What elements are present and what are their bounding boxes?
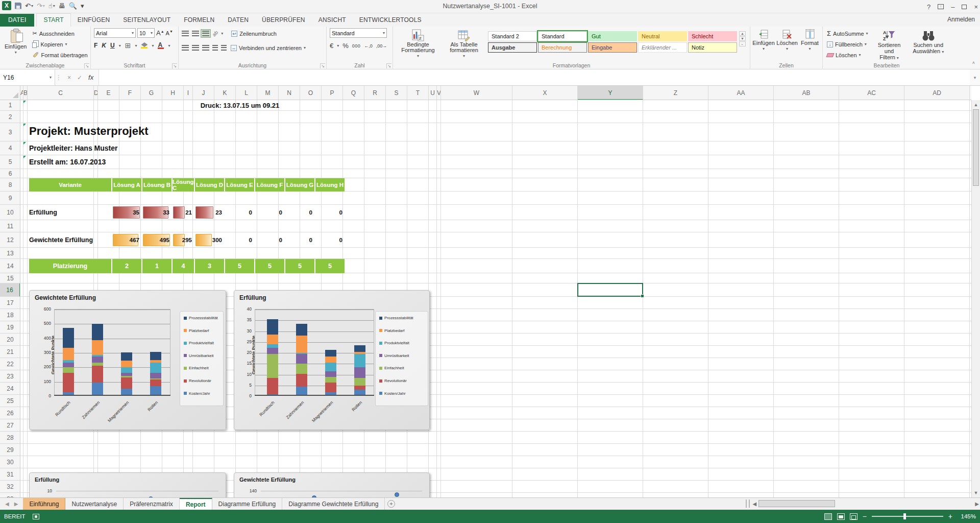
comma-style-button[interactable]: 000 [352,43,361,49]
row-header-6[interactable]: 6 [0,169,20,178]
table-value-cell[interactable]: 33 [142,205,172,220]
style-chip-eingabe[interactable]: Eingabe [588,42,637,53]
platzierung-cell[interactable]: 1 [142,259,172,273]
platzierung-cell[interactable]: 3 [195,259,224,273]
page-layout-view-button[interactable] [837,513,845,520]
align-bottom-icon[interactable] [202,31,209,36]
collapse-ribbon-button[interactable]: ˄ [972,60,975,65]
tab-einfuegen[interactable]: EINFÜGEN [71,14,117,27]
align-right-icon[interactable] [202,45,209,51]
column-header-M[interactable]: M [257,86,279,100]
platzierung-cell[interactable]: 5 [285,259,314,273]
table-value-cell[interactable]: 0 [255,205,284,220]
expand-formula-bar-button[interactable]: ▾ [970,69,980,85]
style-chip-neutral[interactable]: Neutral [638,31,687,41]
column-header-O[interactable]: O [300,86,322,100]
row-header-16[interactable]: 16 [0,283,20,297]
sheet-tab-einf-hrung[interactable]: Einführung [23,498,65,510]
table-header-loesung-H[interactable]: Lösung H [315,178,345,192]
row-header-33[interactable]: 33 [0,493,20,497]
table-header-loesung-C[interactable]: Lösung C [173,178,194,192]
column-header-N[interactable]: N [279,86,300,100]
row-header-31[interactable]: 31 [0,468,20,481]
column-header-AA[interactable]: AA [708,86,774,100]
row-header-1[interactable]: 1 [0,100,20,111]
column-header-K[interactable]: K [214,86,236,100]
column-header-G[interactable]: G [141,86,162,100]
cut-button[interactable]: ✂Ausschneiden [31,28,88,39]
font-size-combo[interactable]: 10▾ [137,28,155,38]
row-header-23[interactable]: 23 [0,370,20,383]
platzierung-cell[interactable]: 5 [225,259,254,273]
underline-button[interactable]: U [110,42,115,49]
selected-cell[interactable] [577,283,643,297]
chart-erf-llung[interactable]: ErfüllungGewichtete Punkte05101520253035… [234,290,430,430]
table-header-loesung-A[interactable]: Lösung A [112,178,141,192]
format-as-table-button[interactable]: Als Tabelle formatieren ▾ [442,28,486,59]
vertical-scroll-thumb[interactable] [973,109,979,186]
prev-sheet-icon[interactable]: ◀ [5,501,9,507]
horizontal-scroll-thumb[interactable] [758,500,835,507]
scroll-up-icon[interactable]: ▲ [972,101,980,109]
decrease-decimal-button[interactable]: ,00→ [376,43,387,49]
sheet-tab-diagramme-gewichtete-erf-llung[interactable]: Diagramme Gewichtete Erfüllung [282,498,385,510]
alignment-dialog-launcher[interactable]: ↘ [320,63,325,68]
table-header-loesung-D[interactable]: Lösung D [195,178,224,192]
sort-filter-button[interactable]: A Z Sortieren undFiltern ▾ [871,28,908,61]
scroll-down-icon[interactable]: ▼ [972,489,980,497]
table-row-label-platzierung[interactable]: Platzierung [29,259,111,273]
column-header-I[interactable]: I [184,86,193,100]
column-header-D[interactable]: D [94,86,98,100]
style-chip-std2[interactable]: Standard 2 [488,31,537,41]
normal-view-button[interactable] [824,513,832,520]
tab-datei[interactable]: DATEI [0,14,34,27]
align-center-icon[interactable] [192,45,199,51]
table-value-cell[interactable]: 0 [225,205,254,220]
column-header-AC[interactable]: AC [839,86,904,100]
tab-ansicht[interactable]: ANSICHT [312,14,353,27]
number-dialog-launcher[interactable]: ↘ [386,63,391,68]
conditional-formatting-button[interactable]: ≠ Bedingte Formatierung ▾ [396,28,440,59]
decrease-indent-icon[interactable] [212,45,218,51]
restore-button[interactable] [962,5,967,9]
row-header-29[interactable]: 29 [0,444,20,456]
table-value-cell[interactable]: 0 [255,232,284,248]
column-header-AB[interactable]: AB [774,86,839,100]
column-header-S[interactable]: S [386,86,407,100]
align-left-icon[interactable] [182,45,189,51]
row-header-15[interactable]: 15 [0,273,20,283]
clipboard-dialog-launcher[interactable]: ↘ [84,63,89,68]
table-value-cell[interactable]: 467 [112,232,141,248]
style-chip-std[interactable]: Standard [538,31,587,41]
page-break-view-button[interactable] [850,513,857,520]
row-header-27[interactable]: 27 [0,419,20,432]
table-value-cell[interactable]: 35 [112,205,141,220]
autosum-button[interactable]: ΣAutoSumme▾ [826,28,869,39]
style-chip-notiz[interactable]: Notiz [688,42,737,53]
table-row-label[interactable]: Gewichtete Erfüllung [29,232,111,248]
style-chip-schlecht[interactable]: Schlecht [688,31,737,41]
row-header-30[interactable]: 30 [0,456,20,468]
column-header-T[interactable]: T [407,86,429,100]
borders-button[interactable]: ⊞ [125,41,131,50]
delete-cells-button[interactable]: Löschen▾ [776,28,798,52]
platzierung-cell[interactable]: 5 [315,259,345,273]
row-header-13[interactable]: 13 [0,248,20,259]
column-header-Q[interactable]: Q [343,86,364,100]
increase-indent-icon[interactable] [221,45,227,51]
row-header-8[interactable]: 8 [0,178,20,192]
style-chip-ausgabe[interactable]: Ausgabe [488,42,537,53]
table-value-cell[interactable]: 295 [173,232,194,248]
column-header-Z[interactable]: Z [643,86,708,100]
column-header-X[interactable]: X [512,86,578,100]
increase-decimal-button[interactable]: ←,0 [364,43,373,49]
column-header-H[interactable]: H [162,86,184,100]
name-box[interactable]: Y16▾ [0,69,55,85]
column-header-R[interactable]: R [364,86,386,100]
column-header-Y[interactable]: Y [578,86,643,100]
row-header-28[interactable]: 28 [0,432,20,444]
chart-gewichtete-erf-llung[interactable]: Gewichtete ErfüllungGewichtete Punkte010… [29,290,226,430]
table-header-loesung-G[interactable]: Lösung G [285,178,314,192]
number-format-combo[interactable]: Standard▾ [330,28,387,38]
column-header-F[interactable]: F [119,86,141,100]
